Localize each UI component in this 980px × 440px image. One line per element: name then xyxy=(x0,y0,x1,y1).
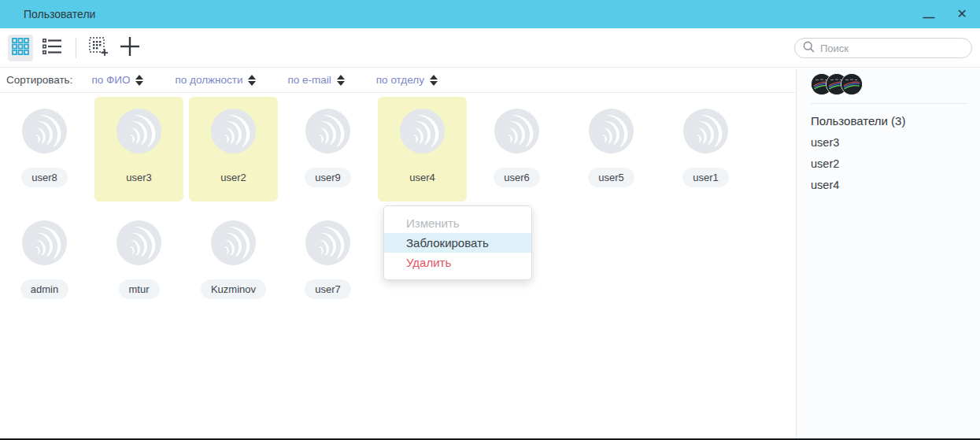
sort-option-3[interactable]: по отделу xyxy=(376,74,438,86)
sort-bar: Сортировать: по ФИО по должности по e-ma… xyxy=(0,68,795,93)
sort-option-label: по должности xyxy=(175,74,242,86)
selected-user-item[interactable]: user2 xyxy=(811,157,980,170)
user-name: user2 xyxy=(210,168,257,187)
sort-option-label: по ФИО xyxy=(91,74,130,86)
sort-arrows-icon xyxy=(248,75,256,86)
context-menu-item-0: Изменить xyxy=(384,213,531,233)
grid-view-button[interactable] xyxy=(8,35,33,61)
user-card[interactable]: user5 xyxy=(567,97,656,202)
user-name: user4 xyxy=(399,168,446,187)
user-name: user6 xyxy=(494,168,540,187)
sort-arrows-icon xyxy=(430,75,438,86)
user-avatar-icon xyxy=(683,109,728,153)
user-card[interactable]: user1 xyxy=(661,97,750,202)
sort-arrows-icon xyxy=(337,75,345,86)
user-card[interactable]: user8 xyxy=(0,97,89,202)
search-input[interactable] xyxy=(820,43,963,54)
sidebar-divider xyxy=(811,103,967,104)
user-avatar-icon xyxy=(22,109,67,153)
search-icon xyxy=(803,41,815,56)
titlebar: Пользователи — ✕ xyxy=(0,0,980,28)
sort-label: Сортировать: xyxy=(6,74,72,86)
user-name: user9 xyxy=(305,168,351,187)
list-view-button[interactable] xyxy=(39,35,65,61)
sort-options: по ФИО по должности по e-mail по отделу xyxy=(91,74,468,86)
user-card[interactable]: Kuzminov xyxy=(189,209,278,313)
close-button[interactable]: ✕ xyxy=(957,8,967,20)
user-name: user3 xyxy=(116,168,162,187)
user-name: user5 xyxy=(588,168,634,187)
user-name: mtur xyxy=(119,279,160,299)
sort-option-2[interactable]: по e-mail xyxy=(287,74,344,86)
user-card[interactable]: user2 xyxy=(189,97,278,202)
grid-view-icon xyxy=(12,38,29,58)
sort-option-1[interactable]: по должности xyxy=(175,74,256,86)
user-avatar-icon xyxy=(211,109,256,153)
user-name: user1 xyxy=(682,168,729,187)
plus-icon xyxy=(120,36,140,60)
user-name: Kuzminov xyxy=(201,279,266,299)
user-card[interactable]: admin xyxy=(0,209,89,313)
selected-user-avatar-icon xyxy=(841,73,863,95)
users-grid: user8 user3 xyxy=(0,94,762,313)
minimize-button[interactable]: — xyxy=(923,11,935,23)
selected-users-list: user3user2user4 xyxy=(811,136,980,191)
user-card[interactable]: user3 xyxy=(94,97,183,202)
user-avatar-icon xyxy=(305,109,350,153)
context-menu-item-1[interactable]: Заблокировать xyxy=(384,233,531,253)
user-avatar-icon xyxy=(22,220,67,265)
toolbar xyxy=(0,28,980,68)
user-card[interactable]: user6 xyxy=(472,97,561,202)
user-avatar-icon xyxy=(305,220,350,265)
selected-users-avatars xyxy=(811,73,980,95)
sort-option-label: по e-mail xyxy=(287,74,331,86)
sidebar-heading: Пользователи (3) xyxy=(811,114,980,128)
toolbar-divider xyxy=(76,38,76,58)
user-avatar-icon xyxy=(589,109,634,153)
user-name: user8 xyxy=(21,168,68,187)
context-menu-item-2[interactable]: Удалить xyxy=(384,253,531,272)
users-window: { "window": { "title": "Пользователи", "… xyxy=(0,0,980,440)
selection-sidebar: Пользователи (3) user3user2user4 xyxy=(796,68,980,440)
user-card[interactable]: user4 xyxy=(378,97,467,202)
add-group-button[interactable] xyxy=(86,35,111,61)
user-avatar-icon xyxy=(211,220,256,265)
sort-arrows-icon xyxy=(135,75,143,86)
window-controls: — ✕ xyxy=(923,8,967,20)
list-view-icon xyxy=(43,38,61,58)
window-title: Пользователи xyxy=(24,8,95,20)
sort-option-0[interactable]: по ФИО xyxy=(91,74,143,86)
add-user-button[interactable] xyxy=(117,35,142,61)
user-card[interactable]: user9 xyxy=(283,97,372,202)
user-avatar-icon xyxy=(494,109,539,153)
user-card[interactable]: user7 xyxy=(283,209,372,313)
user-name: user7 xyxy=(305,279,351,299)
main-content: user8 user3 xyxy=(0,94,795,313)
add-group-icon xyxy=(88,36,109,60)
user-card[interactable]: mtur xyxy=(94,209,183,313)
search-box[interactable] xyxy=(794,38,972,58)
user-name: admin xyxy=(20,279,68,299)
selected-user-item[interactable]: user3 xyxy=(811,136,980,149)
user-avatar-icon xyxy=(116,109,161,153)
user-avatar-icon xyxy=(116,220,161,265)
sort-option-label: по отделу xyxy=(376,74,424,86)
context-menu: ИзменитьЗаблокироватьУдалить xyxy=(383,205,532,280)
user-avatar-icon xyxy=(400,109,445,153)
selected-user-item[interactable]: user4 xyxy=(811,179,980,191)
